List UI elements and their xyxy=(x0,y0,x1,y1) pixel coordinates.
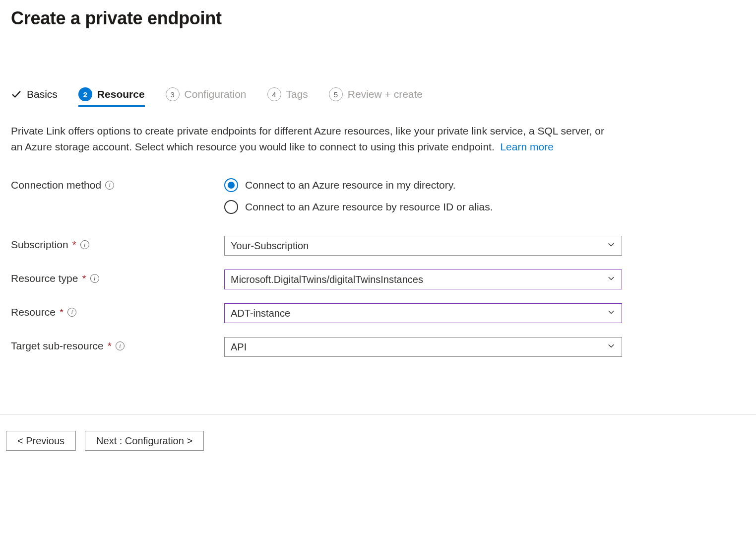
previous-button[interactable]: < Previous xyxy=(6,431,76,451)
radio-icon xyxy=(224,200,238,214)
tab-configuration[interactable]: 3 Configuration xyxy=(166,87,247,107)
radio-connect-directory[interactable]: Connect to an Azure resource in my direc… xyxy=(224,178,622,192)
radio-label: Connect to an Azure resource by resource… xyxy=(245,201,493,213)
info-icon[interactable]: i xyxy=(67,308,76,317)
row-resource: Resource * i ADT-instance xyxy=(11,303,745,323)
label-resource: Resource * i xyxy=(11,303,224,318)
label-text: Target sub-resource xyxy=(11,340,104,352)
chevron-down-icon xyxy=(607,274,616,285)
row-subscription: Subscription * i Your-Subscription xyxy=(11,236,745,256)
tab-label: Configuration xyxy=(185,88,247,100)
wizard-tabs: Basics 2 Resource 3 Configuration 4 Tags… xyxy=(11,87,745,107)
step-number: 5 xyxy=(329,87,343,101)
tab-review-create[interactable]: 5 Review + create xyxy=(329,87,423,107)
target-sub-resource-dropdown[interactable]: API xyxy=(224,337,622,357)
step-number: 3 xyxy=(166,87,180,101)
connection-method-radio-group: Connect to an Azure resource in my direc… xyxy=(224,178,622,214)
required-asterisk: * xyxy=(60,306,63,318)
label-text: Connection method xyxy=(11,179,101,191)
info-icon[interactable]: i xyxy=(90,274,99,283)
tab-tags[interactable]: 4 Tags xyxy=(267,87,308,107)
radio-icon xyxy=(224,178,238,192)
label-text: Resource type xyxy=(11,272,78,284)
label-text: Resource xyxy=(11,306,56,318)
footer: < Previous Next : Configuration > xyxy=(0,414,756,451)
dropdown-value: Microsoft.DigitalTwins/digitalTwinsInsta… xyxy=(231,274,423,285)
page-title: Create a private endpoint xyxy=(11,8,745,29)
resource-dropdown[interactable]: ADT-instance xyxy=(224,303,622,323)
required-asterisk: * xyxy=(82,272,86,284)
tab-resource[interactable]: 2 Resource xyxy=(78,87,145,107)
form: Connection method i Connect to an Azure … xyxy=(11,178,745,357)
dropdown-value: API xyxy=(231,341,247,353)
tab-label: Resource xyxy=(97,88,145,100)
tab-basics[interactable]: Basics xyxy=(11,88,58,106)
info-icon[interactable]: i xyxy=(116,341,125,350)
chevron-down-icon xyxy=(607,240,616,252)
label-resource-type: Resource type * i xyxy=(11,270,224,284)
next-button[interactable]: Next : Configuration > xyxy=(85,431,204,451)
chevron-down-icon xyxy=(607,308,616,319)
info-icon[interactable]: i xyxy=(105,181,114,190)
radio-label: Connect to an Azure resource in my direc… xyxy=(245,179,455,191)
label-text: Subscription xyxy=(11,239,68,251)
dropdown-value: ADT-instance xyxy=(231,308,290,319)
row-target-sub-resource: Target sub-resource * i API xyxy=(11,337,745,357)
resource-type-dropdown[interactable]: Microsoft.DigitalTwins/digitalTwinsInsta… xyxy=(224,270,622,289)
check-icon xyxy=(11,89,22,100)
subscription-dropdown[interactable]: Your-Subscription xyxy=(224,236,622,256)
step-number: 4 xyxy=(267,87,281,101)
dropdown-value: Your-Subscription xyxy=(231,240,309,252)
chevron-down-icon xyxy=(607,341,616,353)
step-number: 2 xyxy=(78,87,92,101)
label-subscription: Subscription * i xyxy=(11,236,224,251)
radio-connect-resource-id[interactable]: Connect to an Azure resource by resource… xyxy=(224,200,622,214)
row-resource-type: Resource type * i Microsoft.DigitalTwins… xyxy=(11,270,745,289)
label-target-sub-resource: Target sub-resource * i xyxy=(11,337,224,352)
tab-label: Basics xyxy=(27,88,58,100)
info-icon[interactable]: i xyxy=(80,240,89,249)
tab-label: Review + create xyxy=(348,88,423,100)
intro-text: Private Link offers options to create pr… xyxy=(11,123,616,154)
required-asterisk: * xyxy=(108,340,112,352)
required-asterisk: * xyxy=(72,239,76,251)
row-connection-method: Connection method i Connect to an Azure … xyxy=(11,178,745,214)
tab-label: Tags xyxy=(286,88,308,100)
learn-more-link[interactable]: Learn more xyxy=(500,141,553,152)
label-connection-method: Connection method i xyxy=(11,178,224,191)
